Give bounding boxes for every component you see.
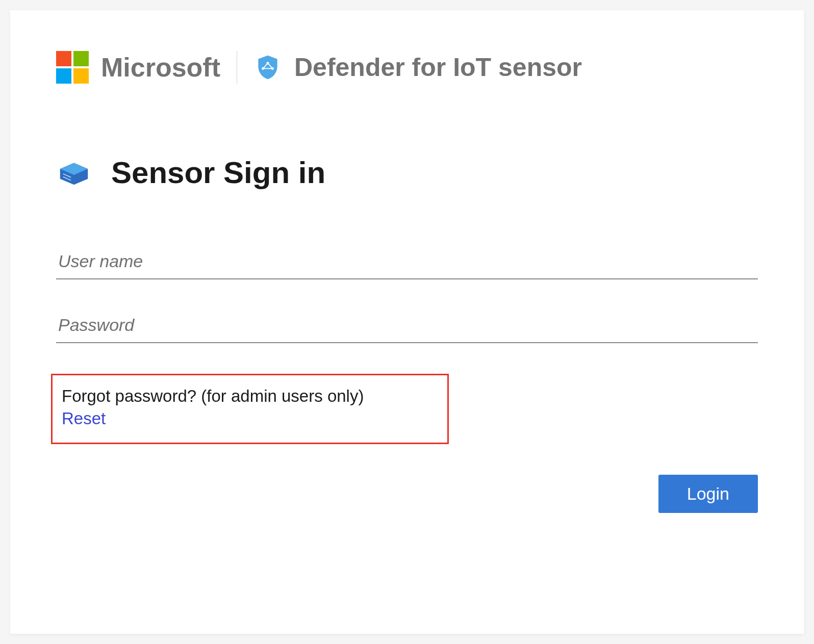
forgot-password-text: Forgot password? (for admin users only) xyxy=(62,387,438,406)
username-input[interactable] xyxy=(56,246,758,279)
password-input[interactable] xyxy=(56,310,758,343)
header-divider xyxy=(237,51,237,84)
username-field-wrapper xyxy=(56,246,758,279)
shield-icon xyxy=(253,53,282,82)
signin-heading-row: Sensor Sign in xyxy=(56,155,758,190)
signin-card: Microsoft Defender for IoT sensor Sensor… xyxy=(10,10,804,634)
sensor-icon xyxy=(56,159,92,187)
microsoft-logo-icon xyxy=(56,51,89,84)
product-name: Defender for IoT sensor xyxy=(294,53,582,82)
header: Microsoft Defender for IoT sensor xyxy=(56,51,758,84)
password-field-wrapper xyxy=(56,310,758,343)
button-row: Login xyxy=(56,475,758,513)
login-button[interactable]: Login xyxy=(658,475,758,513)
vendor-name: Microsoft xyxy=(101,52,220,83)
reset-link[interactable]: Reset xyxy=(62,409,106,428)
forgot-password-box: Forgot password? (for admin users only) … xyxy=(51,374,449,444)
signin-title: Sensor Sign in xyxy=(111,155,325,190)
